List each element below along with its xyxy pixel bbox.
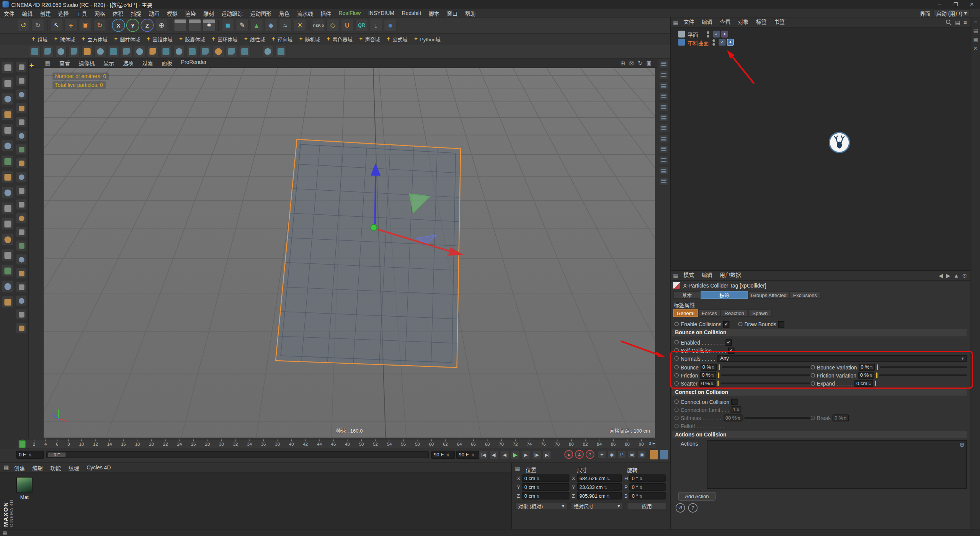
viewport-menu-item[interactable]: 过滤 [138, 59, 157, 67]
xp-render-icon[interactable] [275, 45, 287, 57]
layout-preset-icon[interactable] [659, 113, 669, 122]
end-frame-field[interactable]: 90 F⇅ [431, 451, 455, 459]
xp-domain-button[interactable]: 声音域 [356, 34, 383, 43]
object-name[interactable]: 平面 [688, 30, 698, 38]
spinner-icon[interactable]: ⇅ [471, 453, 474, 457]
tab-basic[interactable]: 基本 [673, 291, 701, 299]
plane-object[interactable] [276, 139, 461, 368]
lock-y-axis-button[interactable]: Y [126, 19, 139, 32]
tab-groups-affected[interactable]: Groups Affected [748, 291, 789, 299]
layout-preset-icon[interactable] [659, 124, 669, 132]
tab-tag[interactable]: 标签 [701, 291, 748, 299]
sidebar-tool-icon[interactable] [16, 199, 27, 210]
sidebar-tool-icon[interactable] [16, 268, 27, 279]
minimize-button[interactable]: – [931, 0, 947, 9]
xp-domain-button[interactable]: 球体域 [51, 34, 78, 43]
parent-icon[interactable]: ▲ [954, 272, 959, 278]
attribute-menu-item[interactable]: 编辑 [698, 271, 716, 280]
xp-domain-button[interactable]: 圆锥体域 [144, 34, 175, 43]
pos-x-field[interactable]: 0 cm⇅ [522, 474, 569, 482]
search-icon[interactable] [946, 19, 952, 25]
timeline-slider[interactable]: 0 F [46, 451, 429, 458]
xp-domain-button[interactable]: 着色器域 [324, 34, 355, 43]
phong-tag-icon[interactable]: ✦ [721, 31, 728, 38]
sidebar-tool-icon[interactable] [1, 296, 14, 308]
size-x-field[interactable]: 684.626 cm⇅ [577, 474, 622, 482]
mograph-button[interactable]: ▲ [250, 19, 263, 32]
coordinate-system-button[interactable]: ⊕ [155, 19, 168, 32]
keyframe-option-icon[interactable]: ◉ [637, 450, 646, 459]
xp-palette-icon[interactable] [225, 45, 237, 57]
sidebar-tool-icon[interactable] [16, 75, 27, 86]
panel-grid-icon[interactable]: ▦ [673, 19, 678, 25]
record-keyframe-button[interactable]: ● [564, 450, 573, 459]
subtab-spawn[interactable]: Spawn [748, 309, 772, 317]
layout-preset-icon[interactable] [659, 177, 669, 186]
viewport-canvas[interactable]: Number of emitters: 0 Total live particl… [44, 68, 655, 438]
layout-preset-icon[interactable] [659, 70, 669, 79]
menu-item[interactable]: 工具 [72, 9, 90, 17]
layout-preset-icon[interactable] [659, 145, 669, 154]
lock-z-axis-button[interactable]: Z [140, 19, 154, 32]
bounce-variation-field[interactable]: 0 %⇅ [859, 364, 875, 371]
sidebar-tool-icon[interactable] [16, 61, 27, 72]
move-tool-button[interactable]: + [64, 19, 77, 32]
xp-palette-icon[interactable] [95, 45, 106, 57]
xp-palette-icon[interactable] [239, 45, 251, 57]
rot-b-field[interactable]: 0 °⇅ [629, 492, 666, 500]
object-manager-menu-item[interactable]: 对象 [734, 18, 752, 27]
actions-list-well[interactable] [707, 440, 967, 489]
object-manager-menu-item[interactable]: 文件 [680, 18, 698, 27]
anim-dot-icon[interactable] [675, 356, 679, 361]
filter-menu-icon[interactable]: ≡ [964, 19, 967, 25]
subtab-general[interactable]: General [673, 309, 698, 317]
state-check-tag-icon[interactable]: ✓ [713, 31, 720, 38]
camera-zoom-icon[interactable]: ⊠ [628, 60, 635, 67]
keyframe-option-icon[interactable]: P [617, 450, 626, 459]
xp-domain-button[interactable]: 圆柱体域 [111, 34, 143, 43]
menu-item[interactable]: 捕捉 [127, 9, 145, 17]
range-end-field[interactable]: 90 F⇅ [456, 451, 480, 459]
simulate-button[interactable]: ≈ [279, 19, 292, 32]
expand-field[interactable]: 0 cm⇅ [854, 380, 873, 387]
anim-dot-icon[interactable] [675, 322, 679, 326]
anim-dot-icon[interactable] [675, 399, 679, 404]
sidebar-tool-icon[interactable] [1, 233, 14, 246]
material-menu-item[interactable]: Cycles 4D [83, 463, 114, 472]
xp-palette-icon[interactable] [199, 45, 211, 57]
anim-dot-icon[interactable] [675, 340, 679, 344]
xp-domain-button[interactable]: 胶囊体域 [176, 34, 207, 43]
size-z-field[interactable]: 905.981 cm⇅ [577, 492, 622, 500]
spinner-icon[interactable]: ⇅ [28, 453, 31, 457]
sidebar-tool-icon[interactable] [1, 249, 14, 261]
anim-dot-icon[interactable] [811, 373, 815, 377]
menu-item[interactable]: 窗口 [443, 9, 461, 17]
layout-toggle-icon[interactable] [660, 450, 668, 459]
sidebar-tool-icon[interactable] [16, 309, 27, 320]
material-thumbnail[interactable] [16, 477, 32, 493]
render-view-button[interactable] [174, 19, 187, 32]
menu-item[interactable]: 雕刻 [199, 9, 217, 17]
menu-item[interactable]: 渲染 [181, 9, 199, 17]
menu-item[interactable]: 帮助 [461, 9, 479, 17]
size-mode-select[interactable]: 绝对尺寸▾ [571, 502, 623, 510]
download-content-button[interactable]: ↓ [369, 19, 382, 32]
menu-item[interactable]: 文件 [0, 9, 18, 17]
magnet-button[interactable]: U [341, 19, 354, 32]
sidebar-tool-icon[interactable] [16, 254, 27, 265]
sidebar-tool-icon[interactable] [16, 226, 27, 237]
xp-palette-icon[interactable] [121, 45, 132, 57]
sidebar-tool-icon[interactable] [16, 103, 27, 114]
layout-preset-icon[interactable] [659, 81, 669, 90]
sidebar-tool-icon[interactable] [16, 185, 27, 196]
xp-palette-icon[interactable] [81, 45, 93, 57]
slider-handle[interactable] [717, 381, 719, 386]
xp-palette-icon[interactable] [212, 45, 224, 57]
scatter-slider[interactable] [720, 382, 810, 384]
volume-button[interactable]: ◆ [265, 19, 278, 32]
layout-preset-icon[interactable] [659, 103, 669, 111]
autokeying-button[interactable]: A [575, 450, 584, 459]
viewport-toggle-icon[interactable]: ▣ [646, 60, 653, 67]
menu-item[interactable]: 选择 [54, 9, 72, 17]
sidebar-tool-icon[interactable] [16, 322, 27, 333]
